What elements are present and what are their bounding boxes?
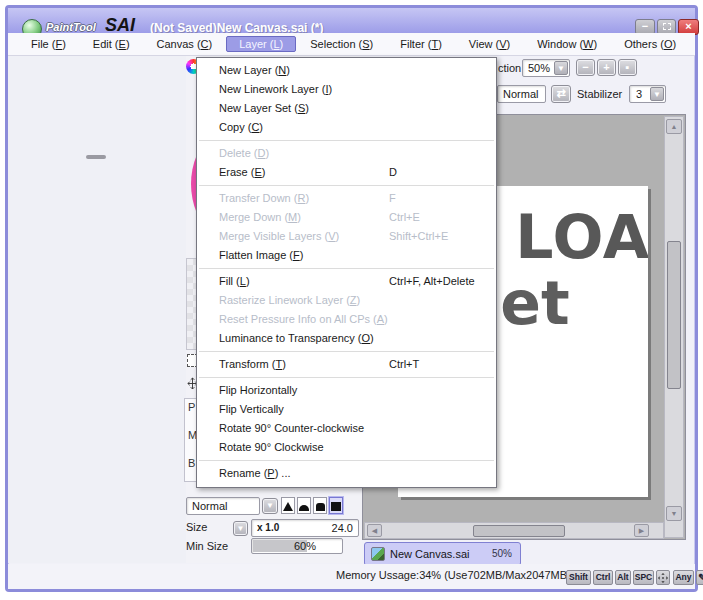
canvas-tab[interactable]: New Canvas.sai 50% <box>364 542 521 566</box>
menu-item-rotate-90-counter-clockwise[interactable]: Rotate 90° Counter-clockwise <box>197 419 496 438</box>
view-zoom-dropdown[interactable]: 50% ▼ <box>522 59 570 77</box>
size-dropdown-button[interactable]: ▼ <box>233 521 248 536</box>
menu-separator <box>199 268 494 269</box>
menubar-item-selection[interactable]: Selection (S) <box>297 36 386 52</box>
menubar-item-others[interactable]: Others (O) <box>611 36 689 52</box>
menu-item-erase-e[interactable]: Erase (E)D <box>197 163 496 182</box>
close-icon: × <box>685 20 691 32</box>
menu-shortcut: Ctrl+E <box>389 208 420 227</box>
key-button-alt[interactable]: Alt <box>615 570 631 585</box>
menubar-item-canvas[interactable]: Canvas (C) <box>144 36 226 52</box>
left-panel <box>8 56 186 563</box>
scroll-up-icon: ▲ <box>671 123 678 130</box>
menu-item-transform-t[interactable]: Transform (T)Ctrl+T <box>197 355 496 374</box>
min-size-slider[interactable]: 60% <box>251 538 343 554</box>
stabilizer-value: 3 <box>636 88 642 100</box>
view-zoom-reset-button[interactable]: ▪ <box>618 59 637 76</box>
min-size-label: Min Size <box>186 540 228 552</box>
minimize-icon: − <box>642 20 648 32</box>
any-key-button[interactable]: Any <box>673 570 694 585</box>
key-button-spc[interactable]: SPC <box>633 570 654 585</box>
brush-tip-triangle[interactable] <box>281 497 295 514</box>
tool-mode-box[interactable]: Normal <box>497 85 546 103</box>
status-bar: Memory Ussage:34% (Use702MB/Max2047MB) S… <box>8 564 695 589</box>
scroll-right-button[interactable]: ▶ <box>634 524 649 537</box>
minus-icon: − <box>582 61 588 73</box>
menubar-item-filter[interactable]: Filter (T) <box>387 36 455 52</box>
dropdown-arrow-icon: ▼ <box>266 501 274 510</box>
horizontal-scroll-thumb[interactable] <box>473 525 565 537</box>
menu-separator <box>199 140 494 141</box>
stabilizer-dropdown[interactable]: 3 ▼ <box>629 85 666 103</box>
menu-shortcut: Ctrl+T <box>389 355 419 374</box>
menu-item-merge-down-m: Merge Down (M)Ctrl+E <box>197 208 496 227</box>
pan-arrows-icon <box>658 573 668 583</box>
vertical-scroll-thumb[interactable] <box>667 241 681 389</box>
menu-item-merge-visible-layers-v: Merge Visible Layers (V)Shift+Ctrl+E <box>197 227 496 246</box>
plus-icon: + <box>603 61 609 73</box>
layer-menu: New Layer (N)New Linework Layer (I)New L… <box>196 57 497 488</box>
brush-tip-dome[interactable] <box>297 497 311 514</box>
min-size-value: 60% <box>294 540 316 552</box>
key-button-ctrl[interactable]: Ctrl <box>593 570 613 585</box>
dropdown-arrow-icon[interactable]: ▼ <box>650 87 664 101</box>
square-tip-icon <box>331 502 341 511</box>
menubar-item-window[interactable]: Window (W) <box>524 36 610 52</box>
menu-bar-items: File (F)Edit (E)Canvas (C)Layer (L)Selec… <box>18 36 690 52</box>
menubar-item-view[interactable]: View (V) <box>456 36 523 52</box>
menu-item-transfer-down-r: Transfer Down (R)F <box>197 189 496 208</box>
scroll-up-button[interactable]: ▲ <box>666 119 682 134</box>
canvas-vertical-scrollbar[interactable]: ▲ ▼ <box>664 116 684 538</box>
canvas-file-icon <box>371 547 385 561</box>
menu-item-flip-vertically[interactable]: Flip Vertically <box>197 400 496 419</box>
menu-item-new-linework-layer-i[interactable]: New Linework Layer (I) <box>197 80 496 99</box>
menu-item-flip-horizontally[interactable]: Flip Horizontally <box>197 381 496 400</box>
panel-resize-handle[interactable] <box>86 155 106 159</box>
title-bar[interactable]: PaintTool SAI (Not Saved)New Canvas.sai … <box>8 8 695 33</box>
brush-tip-rounded[interactable] <box>313 497 327 514</box>
pen-key-button[interactable]: ✎ <box>696 570 703 585</box>
dome-tip-icon <box>299 505 309 511</box>
scroll-right-icon: ▶ <box>639 527 644 534</box>
menu-item-new-layer-n[interactable]: New Layer (N) <box>197 61 496 80</box>
canvas-tab-zoom: 50% <box>492 548 512 559</box>
menu-item-fill-l[interactable]: Fill (L)Ctrl+F, Alt+Delete <box>197 272 496 291</box>
menu-separator <box>199 460 494 461</box>
size-label: Size <box>186 521 207 533</box>
brush-blend-mode-dropdown[interactable]: Normal <box>186 497 260 515</box>
menu-item-copy-c[interactable]: Copy (C) <box>197 118 496 137</box>
menu-item-rotate-90-clockwise[interactable]: Rotate 90° Clockwise <box>197 438 496 457</box>
triangle-tip-icon <box>283 502 293 511</box>
size-value: 24.0 <box>332 522 353 534</box>
menu-item-new-layer-set-s[interactable]: New Layer Set (S) <box>197 99 496 118</box>
canvas-horizontal-scrollbar[interactable]: ◀ ▶ <box>364 522 664 539</box>
canvas-tab-label: New Canvas.sai <box>390 548 469 560</box>
menu-shortcut: F <box>389 189 396 208</box>
menubar-item-layer[interactable]: Layer (L) <box>226 36 296 52</box>
tool-option-fragment: B <box>188 457 195 469</box>
brush-blend-dropdown-button[interactable]: ▼ <box>262 498 278 514</box>
brush-blend-mode-value: Normal <box>192 500 227 512</box>
dropdown-arrow-icon[interactable]: ▼ <box>554 61 568 75</box>
pan-key-button[interactable] <box>656 570 670 585</box>
menubar-item-edit[interactable]: Edit (E) <box>80 36 143 52</box>
scroll-down-icon: ▼ <box>671 510 678 517</box>
brush-size-slider[interactable]: x 1.0 24.0 <box>251 519 359 537</box>
scroll-down-button[interactable]: ▼ <box>666 506 682 521</box>
menu-item-luminance-to-transparency-o[interactable]: Luminance to Transparency (O) <box>197 329 496 348</box>
mode-swap-button[interactable]: ⇄ <box>551 85 571 103</box>
menu-separator <box>199 351 494 352</box>
scroll-left-button[interactable]: ◀ <box>367 524 382 537</box>
stabilizer-label: Stabilizer <box>577 88 622 100</box>
view-zoom-out-button[interactable]: − <box>576 59 595 76</box>
menu-item-flatten-image-f[interactable]: Flatten Image (F) <box>197 246 496 265</box>
menubar-item-file[interactable]: File (F) <box>18 36 79 52</box>
brush-tip-square[interactable] <box>329 497 343 514</box>
menu-item-delete-d: Delete (D) <box>197 144 496 163</box>
key-button-shift[interactable]: Shift <box>566 570 591 585</box>
menu-shortcut: Ctrl+F, Alt+Delete <box>389 272 475 291</box>
menu-separator <box>199 185 494 186</box>
view-zoom-in-button[interactable]: + <box>597 59 616 76</box>
menu-shortcut: D <box>389 163 397 182</box>
menu-item-rename-p[interactable]: Rename (P) ... <box>197 464 496 483</box>
